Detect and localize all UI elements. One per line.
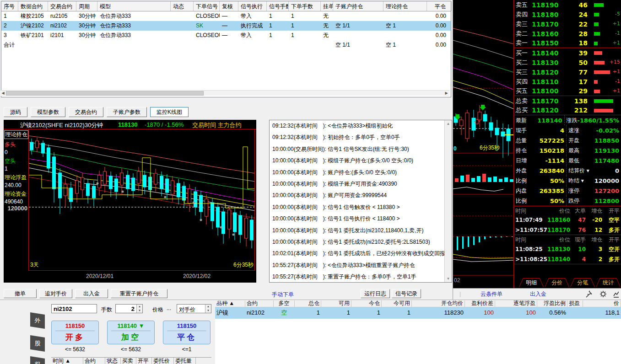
table-row[interactable]: 2沪镍2102ni210230分钟仓位异动333SK—执行完成11无空 1/1空…	[1, 21, 451, 31]
scroll-thumb[interactable]	[6, 91, 204, 96]
monitor-cell: 仓位异动333	[97, 31, 171, 40]
chart-session-label: 交易时间 主力合约	[192, 121, 242, 129]
footer-right-button-1[interactable]: 运行日志	[361, 289, 390, 298]
depth-row[interactable]: 买四11811017-1	[514, 77, 621, 86]
depth-volume: 29	[565, 87, 588, 95]
pin-icon[interactable]	[585, 290, 592, 298]
quote-tab-label: 统计	[596, 278, 621, 287]
depth-bar	[594, 80, 598, 84]
table-row[interactable]: 3铁矿2101i210130分钟仓位异动333CLOSEOUT—带入11无0.0…	[1, 31, 451, 40]
positions-cell: ni2102	[245, 307, 274, 319]
clipped-icon[interactable]	[613, 290, 619, 298]
stat-row: 外盘263840结算价 ▾0	[514, 166, 621, 176]
monitor-cell: 1	[289, 21, 321, 31]
depth-row[interactable]: 卖三11817022+1	[514, 19, 621, 29]
depth-row[interactable]: 买三11812077+1	[514, 67, 621, 77]
depth-row[interactable]: 买一11814039	[514, 48, 621, 58]
monitor-header-cell: 下单手数	[289, 1, 321, 11]
log-line: 10:55:27(本机时间 ): 重置子账户持仓：多单0手，空单1手	[270, 271, 452, 283]
scroll-up-icon[interactable]: ▲	[445, 122, 452, 126]
order-button-close[interactable]: 118150平仓	[163, 321, 211, 344]
stat-value: 263385	[527, 187, 566, 194]
monitor-cell: 1	[289, 11, 321, 21]
stat-left: 外盘263840	[514, 166, 566, 176]
depth-row[interactable]: 卖二11816028-1	[514, 29, 621, 38]
log-line: 10:00:00(本机时间 ): 模组子账户可用资金:490390	[270, 178, 452, 190]
quote-tab-1[interactable]: 明细	[519, 278, 544, 287]
lots-stepper[interactable]: 2 ▲▼	[115, 304, 143, 313]
market-side-tab-2[interactable]: 股	[30, 335, 45, 352]
stepper-arrows-icon[interactable]: ▲▼	[136, 305, 142, 313]
monitor-cell: 0.00	[427, 11, 452, 21]
tab-3[interactable]: 交易合约	[69, 107, 103, 117]
depth-row[interactable]: 卖一11815018+1	[514, 38, 621, 48]
order-button-label: 平仓	[163, 331, 210, 344]
chart-title: 沪镍2102(SHFE ni2102)30分钟	[20, 121, 103, 129]
depth-delta: +15	[610, 59, 620, 65]
order-button-cap: <=1	[163, 346, 211, 353]
table-row[interactable]: 合计空 1/1空 10.00	[1, 40, 451, 50]
depth-price: 118110	[532, 78, 565, 86]
tick-header-cell: 时间	[514, 206, 545, 215]
depth-price: 118160	[532, 30, 565, 37]
stat-right: 开盘118850	[566, 135, 621, 145]
positions-table-row[interactable]: 沪镍ni2102空11111182301001000.56%118,1	[215, 307, 621, 319]
price-mode-select[interactable]: 对手价 ▲▼	[177, 304, 211, 313]
footer-right-button-2[interactable]: 信号记录	[392, 289, 421, 298]
tick-delta: 2	[586, 254, 602, 264]
quote-tab-2[interactable]: 分价	[545, 278, 569, 287]
depth-row[interactable]: 买二11813050+15	[514, 58, 621, 67]
monitor-cell: ni2102	[48, 21, 76, 31]
depth-bar	[594, 42, 598, 45]
gear-icon[interactable]	[599, 290, 607, 298]
scroll-down-icon[interactable]: ▼	[445, 277, 452, 281]
contract-input[interactable]	[51, 304, 97, 313]
monitor-hscrollbar[interactable]: ◀ ▶	[0, 90, 449, 96]
stat-left: 最新118140	[514, 115, 564, 125]
positions-cell: 1	[321, 307, 351, 319]
tick-time: >11:07:57	[514, 225, 545, 235]
chart-date-1: 2020/12/01	[86, 273, 113, 279]
select-arrows-icon[interactable]: ▲▼	[205, 305, 211, 313]
monitor-cell	[333, 11, 383, 21]
scroll-left-icon[interactable]: ◀	[0, 91, 6, 96]
footer-button-1[interactable]: 撤单	[4, 289, 37, 298]
depth-price: 118100	[532, 87, 565, 95]
tab-2[interactable]: 模型参数	[31, 107, 65, 117]
quote-tab-4[interactable]: 统计	[596, 278, 621, 287]
cloud-condition-order-link[interactable]: 云条件单	[481, 289, 502, 300]
quote-tab-3[interactable]: 分笔	[570, 278, 595, 287]
table-row[interactable]: 1橡胶2105ru210530分钟仓位异动333CLOSEOUT—带入11无0.…	[1, 11, 451, 21]
depth-row[interactable]: 卖五11819046	[514, 0, 621, 10]
manual-order-link[interactable]: 手动下单	[259, 291, 307, 299]
tab-5[interactable]: 监控K线图	[150, 107, 189, 117]
depth-volume: 138	[565, 97, 588, 105]
order-button-add-short[interactable]: 118140 ▼加空	[107, 321, 155, 344]
positions-cell: 0.56%	[537, 307, 567, 319]
order-button-price: 118150	[55, 321, 95, 331]
order-button-open-long[interactable]: 118150开多	[51, 321, 99, 344]
depth-row[interactable]: 卖四11818024-5	[514, 10, 621, 19]
tab-4[interactable]: 子账户参数	[107, 107, 147, 117]
log-scrollbar[interactable]: ▲▼	[444, 120, 452, 282]
order-button-label: 加空	[108, 331, 154, 344]
log-line: 10:02:01(本机时间 ): 信号1 委托成功后，已经2分钟没有收到成交回报…	[270, 248, 452, 259]
cash-in-out-link[interactable]: 出入金	[530, 289, 546, 300]
footer-button-4[interactable]: 重置子账户持仓	[111, 289, 167, 298]
depth-row[interactable]: 买五11810029+1	[514, 86, 621, 96]
depth-label: 买五	[514, 87, 532, 95]
chart-date-2: 2020/12/02	[183, 273, 211, 279]
depth-row[interactable]: 总买118120212	[514, 106, 621, 115]
scroll-right-icon[interactable]: ▶	[443, 91, 449, 96]
market-side-tab-1[interactable]: 外	[30, 312, 45, 329]
footer-button-3[interactable]: 出入金	[75, 289, 108, 298]
footer-button-2[interactable]: 追对手价	[39, 289, 72, 298]
tab-1[interactable]: 源码	[4, 107, 27, 117]
quote-tab-label: 分价	[545, 278, 569, 287]
stat-left: 总量527225	[514, 135, 566, 145]
stat-value: 117480	[579, 157, 621, 164]
stat-label: 涨跌	[567, 117, 578, 124]
depth-row[interactable]: 总卖118170138	[514, 96, 621, 106]
depth-label: 卖五	[514, 1, 532, 9]
market-side-tab-3[interactable]: 权	[30, 356, 45, 364]
